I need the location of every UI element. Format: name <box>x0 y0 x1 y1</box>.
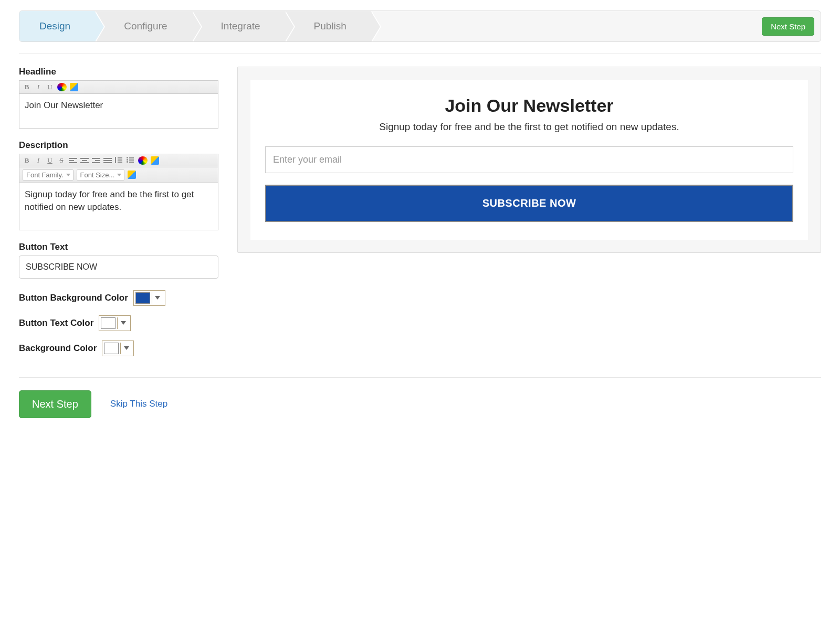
strikethrough-icon[interactable]: S <box>57 156 66 165</box>
next-step-bottom-button[interactable]: Next Step <box>19 390 91 418</box>
preview-headline: Join Our Newsletter <box>265 95 793 116</box>
underline-icon[interactable]: U <box>46 156 54 165</box>
chevron-down-icon <box>120 343 132 354</box>
preview-card: Join Our Newsletter Signup today for fre… <box>250 80 808 240</box>
preview-panel: Join Our Newsletter Signup today for fre… <box>237 67 821 253</box>
edit-html-icon[interactable] <box>70 83 78 91</box>
headline-label: Headline <box>19 67 218 77</box>
skip-step-link[interactable]: Skip This Step <box>110 399 167 409</box>
footer-actions: Next Step Skip This Step <box>19 390 821 418</box>
align-center-icon[interactable] <box>80 158 89 163</box>
text-color-icon[interactable] <box>57 83 67 91</box>
text-color-icon[interactable] <box>138 156 148 165</box>
wizard-step-publish[interactable]: Publish <box>285 11 371 41</box>
clear-formatting-icon[interactable] <box>128 171 136 179</box>
button-text-label: Button Text <box>19 242 218 252</box>
wizard-step-design[interactable]: Design <box>19 11 94 41</box>
next-step-top-button[interactable]: Next Step <box>762 17 814 36</box>
button-text-color-swatch <box>101 317 116 329</box>
description-editor: B I U S Font Family. Font Size... <box>19 154 218 230</box>
background-color-picker[interactable] <box>102 341 134 356</box>
bold-icon[interactable]: B <box>23 156 31 165</box>
description-label: Description <box>19 140 218 151</box>
description-toolbar-row1: B I U S <box>19 154 218 167</box>
divider <box>19 54 821 54</box>
button-text-color-picker[interactable] <box>99 315 131 331</box>
wizard-step-configure[interactable]: Configure <box>94 11 191 41</box>
description-input[interactable]: Signup today for free and be the first t… <box>19 183 218 230</box>
unordered-list-icon[interactable] <box>127 157 135 164</box>
preview-email-input[interactable] <box>265 146 793 173</box>
headline-toolbar: B I U <box>19 81 218 94</box>
button-bg-color-picker[interactable] <box>133 290 165 306</box>
chevron-down-icon <box>152 292 163 304</box>
align-left-icon[interactable] <box>69 158 77 163</box>
headline-editor: B I U Join Our Newsletter <box>19 80 218 129</box>
headline-input[interactable]: Join Our Newsletter <box>19 94 218 128</box>
divider <box>19 377 821 378</box>
wizard-steps: Design Configure Integrate Publish <box>19 11 762 41</box>
design-form: Headline B I U Join Our Newsletter Descr… <box>19 67 218 366</box>
description-toolbar-row2: Font Family. Font Size... <box>19 167 218 183</box>
background-color-swatch <box>104 343 119 354</box>
edit-html-icon[interactable] <box>151 156 159 165</box>
wizard-bar: Design Configure Integrate Publish Next … <box>19 10 821 42</box>
bold-icon[interactable]: B <box>23 83 31 91</box>
preview-subscribe-button[interactable]: SUBSCRIBE NOW <box>265 185 793 222</box>
font-size-select[interactable]: Font Size... <box>77 169 125 180</box>
chevron-down-icon <box>117 317 129 329</box>
preview-description: Signup today for free and be the first t… <box>265 121 793 133</box>
button-text-color-label: Button Text Color <box>19 318 93 328</box>
wizard-step-integrate[interactable]: Integrate <box>192 11 285 41</box>
align-right-icon[interactable] <box>92 158 100 163</box>
align-justify-icon[interactable] <box>103 158 112 163</box>
button-bg-color-label: Button Background Color <box>19 293 128 303</box>
button-bg-swatch <box>135 292 150 304</box>
italic-icon[interactable]: I <box>34 83 43 91</box>
button-text-input[interactable] <box>19 256 218 279</box>
ordered-list-icon[interactable] <box>115 157 123 164</box>
background-color-label: Background Color <box>19 343 97 354</box>
italic-icon[interactable]: I <box>34 156 43 165</box>
underline-icon[interactable]: U <box>46 83 54 91</box>
font-family-select[interactable]: Font Family. <box>23 169 74 180</box>
